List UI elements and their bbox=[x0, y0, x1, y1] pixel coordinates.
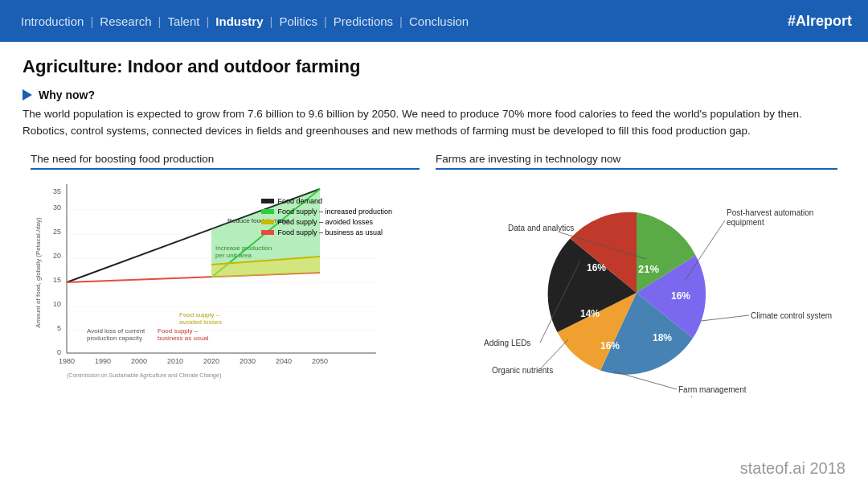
brand-year: 2018 bbox=[810, 459, 846, 477]
svg-line-57 bbox=[540, 339, 568, 369]
body-text: The world population is expected to grow… bbox=[23, 106, 842, 140]
svg-text:18%: 18% bbox=[653, 332, 672, 343]
svg-text:Climate control system: Climate control system bbox=[751, 311, 832, 320]
separator-6: | bbox=[398, 14, 404, 28]
svg-text:10: 10 bbox=[53, 300, 61, 308]
svg-text:2030: 2030 bbox=[240, 357, 256, 365]
separator-3: | bbox=[204, 14, 211, 28]
nav-predictions[interactable]: Predictions bbox=[329, 14, 398, 28]
nav-conclusion[interactable]: Conclusion bbox=[404, 14, 473, 28]
nav-politics[interactable]: Politics bbox=[274, 14, 322, 28]
svg-text:1990: 1990 bbox=[95, 357, 111, 365]
nav-introduction[interactable]: Introduction bbox=[16, 14, 88, 28]
nav-industry[interactable]: Industry bbox=[211, 14, 268, 28]
svg-text:Post-harvest automation: Post-harvest automation bbox=[727, 208, 813, 217]
svg-text:16%: 16% bbox=[671, 290, 690, 302]
separator-1: | bbox=[88, 14, 95, 28]
navigation[interactable]: Introduction | Research | Talent | Indus… bbox=[16, 14, 473, 28]
svg-text:5: 5 bbox=[57, 324, 61, 332]
legend-food-demand: Food demand bbox=[261, 197, 392, 205]
svg-text:25: 25 bbox=[53, 228, 61, 236]
svg-text:2050: 2050 bbox=[312, 357, 328, 365]
legend-label: Food demand bbox=[277, 197, 322, 205]
svg-text:20: 20 bbox=[53, 252, 61, 260]
svg-text:Adding LEDs: Adding LEDs bbox=[484, 339, 530, 347]
svg-text:per unit area: per unit area bbox=[215, 252, 252, 259]
page-title: Agriculture: Indoor and outdoor farming bbox=[23, 56, 845, 77]
svg-text:2040: 2040 bbox=[276, 357, 292, 365]
chart-left: The need for boosting food production 0 … bbox=[23, 153, 428, 401]
triangle-icon bbox=[23, 89, 32, 101]
svg-text:2020: 2020 bbox=[203, 357, 219, 365]
chart-right-title: Farms are investing in technology now bbox=[436, 153, 837, 170]
svg-text:system: system bbox=[678, 395, 704, 397]
svg-line-52 bbox=[701, 315, 749, 321]
legend-food-supply-increased: Food supply – increased production bbox=[261, 208, 392, 216]
svg-text:2000: 2000 bbox=[131, 357, 147, 365]
svg-line-54 bbox=[614, 372, 677, 389]
legend-food-supply-usual: Food supply – business as usual bbox=[261, 228, 392, 236]
line-chart: 0 5 10 15 20 25 30 35 1980 bbox=[31, 176, 400, 385]
legend-food-supply-avoided: Food supply – avoided losses bbox=[261, 218, 392, 226]
svg-text:equipment: equipment bbox=[727, 218, 764, 227]
chart-left-legend: Food demand Food supply – increased prod… bbox=[261, 197, 392, 236]
footer-brand: stateof.ai 2018 bbox=[740, 459, 845, 478]
svg-text:Organic nutrients: Organic nutrients bbox=[492, 366, 553, 375]
svg-text:1980: 1980 bbox=[59, 357, 75, 365]
separator-5: | bbox=[322, 14, 329, 28]
svg-text:0: 0 bbox=[57, 348, 61, 356]
legend-label: Food supply – business as usual bbox=[277, 228, 383, 236]
chart-left-title: The need for boosting food production bbox=[31, 153, 420, 170]
svg-text:(Commission on Sustainable Agr: (Commission on Sustainable Agriculture a… bbox=[67, 372, 221, 379]
main-content: Agriculture: Indoor and outdoor farming … bbox=[0, 42, 868, 411]
nav-research[interactable]: Research bbox=[95, 14, 156, 28]
svg-text:16%: 16% bbox=[587, 262, 606, 273]
chart-right: Farms are investing in technology now bbox=[428, 153, 845, 401]
hashtag: #AIreport bbox=[788, 13, 852, 30]
svg-text:Farm management: Farm management bbox=[678, 385, 747, 394]
svg-text:2010: 2010 bbox=[167, 357, 183, 365]
svg-text:Food supply –: Food supply – bbox=[179, 311, 220, 318]
legend-label: Food supply – increased production bbox=[277, 208, 392, 216]
svg-text:business as usual: business as usual bbox=[158, 335, 209, 342]
svg-text:Avoid loss of current: Avoid loss of current bbox=[87, 327, 145, 335]
separator-4: | bbox=[268, 14, 275, 28]
header: Introduction | Research | Talent | Indus… bbox=[0, 0, 868, 42]
brand-name: stateof.ai bbox=[740, 459, 805, 477]
svg-text:35: 35 bbox=[53, 187, 61, 195]
svg-text:Food supply –: Food supply – bbox=[158, 327, 199, 335]
why-now-label: Why now? bbox=[39, 88, 95, 101]
legend-label: Food supply – avoided losses bbox=[277, 218, 373, 226]
svg-text:16%: 16% bbox=[600, 340, 620, 351]
svg-text:15: 15 bbox=[53, 276, 61, 284]
svg-text:Data and analytics: Data and analytics bbox=[508, 224, 574, 232]
svg-text:avoided losses: avoided losses bbox=[179, 318, 222, 326]
section-header: Why now? bbox=[23, 88, 845, 101]
svg-text:Increase production: Increase production bbox=[215, 244, 272, 252]
svg-text:30: 30 bbox=[53, 203, 61, 212]
svg-text:production capacity: production capacity bbox=[87, 335, 142, 342]
svg-text:14%: 14% bbox=[580, 308, 600, 319]
separator-2: | bbox=[157, 14, 163, 28]
pie-chart: 21% 16% 18% 16% 14% 16% Data and analyti… bbox=[436, 176, 837, 401]
svg-text:21%: 21% bbox=[638, 263, 659, 275]
nav-talent[interactable]: Talent bbox=[162, 14, 204, 28]
charts-row: The need for boosting food production 0 … bbox=[23, 153, 845, 401]
svg-text:Amount of food, globally (Peta: Amount of food, globally (Petacal./day) bbox=[35, 217, 42, 328]
